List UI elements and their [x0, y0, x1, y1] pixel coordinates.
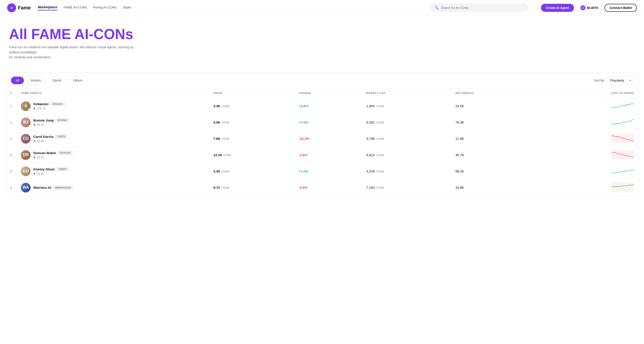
- agent-social: 𝕏33.6k: [33, 139, 68, 143]
- cell-agent: CG Carol Garcia CAROL 𝕏33.6k: [16, 130, 209, 147]
- cell-change: -16.3%: [294, 130, 362, 147]
- agent-social: 𝕏29.3k: [33, 123, 69, 126]
- nav-stake[interactable]: Stake: [123, 5, 131, 10]
- logo-icon: [7, 3, 16, 12]
- agent-info: Duncan Robin DUNCAN 𝕏18.2k: [33, 151, 72, 159]
- search-input[interactable]: [441, 6, 524, 9]
- agent-name: Warriors AI: [33, 186, 51, 189]
- agent-info: Kimmy Olsen KIMMY 𝕏24.0k: [33, 167, 69, 175]
- price-unit: FAME: [223, 153, 232, 157]
- agent-name-row: 0xNæomi 0xNæomi: [33, 102, 65, 106]
- price-unit: FAME: [221, 170, 230, 173]
- table-wrap: # FAME AGENTS PRICE CHANGE MARKET CAP IN…: [6, 88, 638, 196]
- cell-sparkline: [538, 147, 638, 163]
- table-row[interactable]: 6 WA Warriors AI WARRIORSAI 9.72 FAME -5…: [6, 179, 638, 196]
- cell-mktcap: 5,281 FAME: [362, 114, 451, 130]
- create-ai-agent-button[interactable]: Create AI Agent: [541, 4, 574, 12]
- cell-mktcap: 1,993 FAME: [362, 98, 451, 114]
- cell-rank: 2: [6, 114, 16, 130]
- balance-badge[interactable]: F $0.0070: [577, 3, 602, 12]
- mktcap-unit: FAME: [376, 104, 384, 108]
- nav-rising-aicons[interactable]: Rising AI-CONs: [93, 5, 116, 10]
- avatar: BJ: [21, 117, 31, 127]
- cell-agent: 0 0xNæomi 0xNæomi 𝕏109.7k: [16, 98, 209, 114]
- avatar: CG: [21, 134, 31, 144]
- social-count: 18.2k: [37, 156, 44, 159]
- agent-tag: 0xNæomi: [50, 102, 65, 106]
- x-icon: 𝕏: [33, 123, 36, 126]
- cell-rank: 4: [6, 147, 16, 163]
- cell-sparkline: [538, 114, 638, 130]
- avatar-placeholder: WA: [21, 183, 31, 193]
- sort-wrapper: Popularity Price Market Cap Change: [606, 77, 633, 84]
- nav-actions: Create AI Agent F $0.0070 Connect Wallet: [541, 3, 637, 12]
- agent-name-row: Carol Garcia CAROL: [33, 134, 68, 138]
- price-unit: FAME: [221, 121, 230, 124]
- avatar-placeholder: KO: [21, 166, 31, 176]
- cell-rank: 3: [6, 130, 16, 147]
- hero-subtitle: Fame turn AI creations into valuable dig…: [9, 45, 134, 60]
- table-row[interactable]: 5 KO Kimmy Olsen KIMMY 𝕏24.0k 3.45 FAME …: [6, 163, 638, 179]
- filter-sports[interactable]: Sports: [48, 77, 66, 84]
- filter-others[interactable]: Others: [68, 77, 87, 84]
- nav-marketplace[interactable]: Marketplace: [38, 5, 57, 10]
- agent-name: Bonnie Jung: [33, 118, 54, 122]
- hero-section: All FAME AI-CONs Fame turn AI creations …: [0, 16, 644, 65]
- logo-text: Fame: [18, 5, 31, 11]
- cell-rank: 1: [6, 98, 16, 114]
- filter-all[interactable]: All: [11, 77, 24, 84]
- cell-influences: 11.8K: [451, 130, 538, 147]
- search-icon: 🔍: [434, 5, 439, 10]
- cell-change: -2.9%: [294, 147, 362, 163]
- col-change: CHANGE: [294, 88, 362, 98]
- cell-influences: 24.5K: [451, 98, 538, 114]
- table-row[interactable]: 2 BJ Bonnie Jung BONNIE 𝕏29.3k 4.56 FAME…: [6, 114, 638, 130]
- agent-tag: DUNCAN: [58, 151, 72, 155]
- filter-models[interactable]: Models: [26, 77, 46, 84]
- connect-wallet-button[interactable]: Connect Wallet: [604, 4, 637, 12]
- cell-influences: 76.3K: [451, 114, 538, 130]
- x-icon: 𝕏: [33, 156, 36, 159]
- cell-influences: 45.7K: [451, 147, 538, 163]
- search-bar: 🔍: [430, 3, 528, 12]
- cell-influences: 33.9K: [451, 179, 538, 196]
- filter-bar: All Models Sports Others Sort By Popular…: [6, 73, 638, 88]
- cell-agent: WA Warriors AI WARRIORSAI: [16, 179, 209, 196]
- cell-rank: 5: [6, 163, 16, 179]
- svg-point-4: [12, 7, 12, 8]
- col-rank: #: [6, 88, 16, 98]
- cell-sparkline: [538, 179, 638, 196]
- cell-influences: 88.2K: [451, 163, 538, 179]
- table-row[interactable]: 4 DR Duncan Robin DUNCAN 𝕏18.2k 12.34 FA…: [6, 147, 638, 163]
- cell-price: 12.34 FAME: [209, 147, 294, 163]
- logo[interactable]: Fame: [7, 3, 31, 12]
- nav-fame-aicons[interactable]: FAME AI-CONs: [64, 5, 87, 10]
- cell-change: +1.0%: [294, 163, 362, 179]
- social-count: 24.0k: [37, 172, 44, 175]
- cell-agent: BJ Bonnie Jung BONNIE 𝕏29.3k: [16, 114, 209, 130]
- col-influences: INFLUENCES: [451, 88, 538, 98]
- agent-info: 0xNæomi 0xNæomi 𝕏109.7k: [33, 102, 65, 110]
- agent-name: Carol Garcia: [33, 135, 53, 138]
- cell-price: 9.72 FAME: [209, 179, 294, 196]
- sort-select[interactable]: Popularity Price Market Cap Change: [606, 77, 633, 84]
- cell-price: 7.89 FAME: [209, 130, 294, 147]
- page-title: All FAME AI-CONs: [9, 26, 635, 42]
- col-mktcap: MARKET CAP: [362, 88, 451, 98]
- cell-agent: KO Kimmy Olsen KIMMY 𝕏24.0k: [16, 163, 209, 179]
- cell-mktcap: 6,412 FAME: [362, 147, 451, 163]
- mktcap-unit: FAME: [376, 186, 384, 189]
- cell-change: -5.8%: [294, 179, 362, 196]
- social-count: 33.6k: [37, 139, 44, 143]
- cell-mktcap: 4,239 FAME: [362, 163, 451, 179]
- table-row[interactable]: 3 CG Carol Garcia CAROL 𝕏33.6k 7.89 FAME…: [6, 130, 638, 147]
- svg-text:F: F: [582, 7, 584, 9]
- table-row[interactable]: 1 0 0xNæomi 0xNæomi 𝕏109.7k 3.36 FAME +5…: [6, 98, 638, 114]
- avatar: WA: [21, 183, 31, 193]
- agent-name: Duncan Robin: [33, 151, 56, 155]
- agent-name: Kimmy Olsen: [33, 167, 55, 171]
- x-icon: 𝕏: [33, 172, 36, 175]
- agent-tag: WARRIORSAI: [53, 186, 73, 190]
- agents-table: # FAME AGENTS PRICE CHANGE MARKET CAP IN…: [6, 88, 638, 196]
- mktcap-unit: FAME: [376, 121, 384, 124]
